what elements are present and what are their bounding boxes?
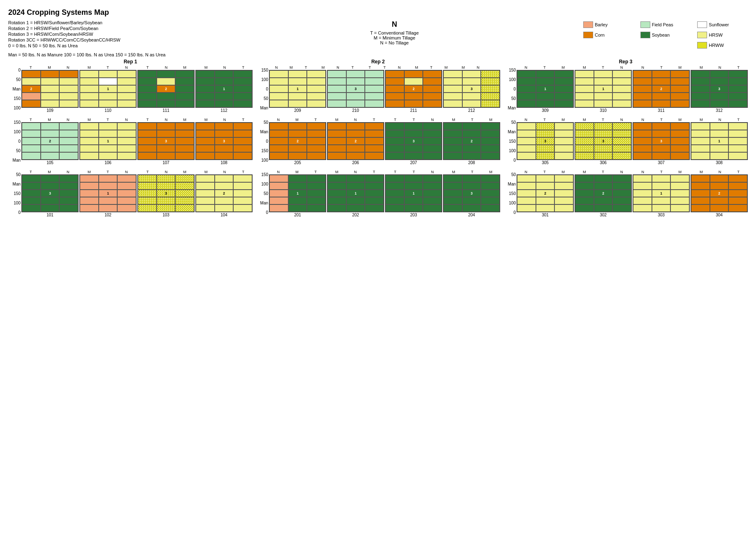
cell-309-r3c1 [536,93,555,100]
cell-310-r1c1 [594,78,613,85]
cell-307-r3c2 [670,145,689,152]
cell-206-r1c1 [346,130,365,137]
page-title: 2024 Cropping Systems Map [8,8,748,17]
cell-102-r0c1 [99,175,118,182]
cell-305-r0c1 [536,123,555,130]
cell-109-r2c0: 2 [22,85,41,93]
cell-208-r4c2 [481,152,500,160]
cell-204-r1c2 [481,182,500,190]
rep3-bot: 50 Man 150 100 0 NTM MTN NTM MNT [503,170,748,217]
cell-303-r1c0 [633,182,652,190]
plot-209: 1 209 [269,70,326,113]
cell-205-r0c1 [288,123,307,130]
cell-209-r2c2 [307,85,326,93]
cell-310-r0c0 [575,70,594,78]
scale-note-2: Man = 50 lbs. N as Manure 100 = 100 lbs.… [8,52,748,57]
cell-212-r1c0 [443,78,462,85]
cell-203-r2c2 [423,190,442,197]
cell-308-r1c1 [710,130,729,137]
cell-307-r4c1 [652,152,671,160]
plot-208: 2 208 [443,122,500,165]
cell-207-r2c0 [385,137,404,145]
cell-212-r2c1: 3 [462,85,481,93]
cell-304-r2c2 [728,190,747,197]
cell-103-r0c1 [157,175,176,182]
cell-109-r3c1 [41,93,60,100]
plot-301-num: 301 [517,213,574,217]
cell-109-r3c2 [59,93,78,100]
cell-111-r3c1 [157,93,176,100]
plot-211-num: 211 [385,108,442,113]
cell-301-r3c0 [517,197,536,204]
plot-206: 2 206 [327,122,384,165]
cell-307-r0c0 [633,123,652,130]
cell-306-r3c0 [575,145,594,152]
plot-204: 3 204 [443,174,500,217]
cell-309-r1c0 [517,78,536,85]
cell-201-r0c0 [269,175,288,182]
cell-203-r3c1 [404,197,423,204]
cell-305-r4c0 [517,152,536,160]
rotation-2: Rotation 2 = HRSW/Field Pea/Corn/Soybean [8,26,206,31]
plot-210-num: 210 [327,108,384,113]
cell-103-r3c1 [157,197,176,204]
cell-201-r4c1 [288,204,307,212]
cell-312-r1c0 [691,78,710,85]
cell-304-r3c1 [710,197,729,204]
cell-207-r2c1: 3 [404,137,423,145]
cell-312-r2c0 [691,85,710,93]
scale-note-1: 0 = 0 lbs. N 50 = 50 lbs. N as Urea [8,43,206,48]
center-info: N T = Conventional Tillage M = Minimum T… [333,20,456,50]
cell-204-r4c1 [462,204,481,212]
cell-212-r2c2 [481,85,500,93]
cell-107-r4c2 [175,152,194,160]
right-legend: Barley Field Peas Sunflower Corn Soybean… [583,20,748,50]
cell-305-r0c0 [517,123,536,130]
cell-102-r2c2 [117,190,136,197]
cell-309-r0c0 [517,70,536,78]
cell-210-r0c2 [365,70,384,78]
cell-209-r3c2 [307,93,326,100]
cell-108-r4c1 [215,152,234,160]
cell-104-r3c0 [196,197,215,204]
plot-307-num: 307 [633,160,690,165]
rep1-ylabels-mid: 150 100 0 50 Man [8,118,21,165]
cell-303-r1c2 [670,182,689,190]
cell-303-r2c0 [633,190,652,197]
rep1-plotsrow: 2 109 [21,70,253,113]
cell-106-r4c0 [80,152,99,160]
cell-105-r1c0 [22,130,41,137]
cell-206-r3c2 [365,145,384,152]
cell-310-r4c2 [612,100,631,107]
cell-301-r2c0 [517,190,536,197]
cell-205-r3c1 [288,145,307,152]
cell-302-r0c0 [575,175,594,182]
cell-303-r3c1 [652,197,671,204]
cell-207-r3c2 [423,145,442,152]
cell-312-r0c1 [710,70,729,78]
cell-101-r2c1: 3 [41,190,60,197]
rep3-mid: 50 Man 150 100 0 NTM MTN NTM MNT [503,118,748,165]
cell-211-r0c1 [404,70,423,78]
cell-111-r4c1 [157,100,176,107]
cell-312-r2c2 [728,85,747,93]
cell-209-r2c0 [269,85,288,93]
cell-307-r4c0 [633,152,652,160]
cell-103-r4c1 [157,204,176,212]
cell-304-r4c2 [728,204,747,212]
ylabel-50b: 50 [503,94,517,103]
cell-102-r1c0 [80,182,99,190]
cell-209-r0c1 [288,70,307,78]
ylabel-150b: 150 [503,65,517,75]
cell-105-r4c1 [41,152,60,160]
rep2-mid-plots: NMT MNT TTN MTM [269,118,500,165]
cell-305-r0c2 [554,123,573,130]
cell-105-r2c2 [59,137,78,145]
cell-204-r2c2 [481,190,500,197]
plot-106-num: 106 [79,160,137,165]
cell-102-r2c0 [80,190,99,197]
cell-311-r4c1 [652,100,671,107]
cell-211-r0c0 [385,70,404,78]
cell-101-r0c1 [41,175,60,182]
cell-206-r3c0 [327,145,346,152]
